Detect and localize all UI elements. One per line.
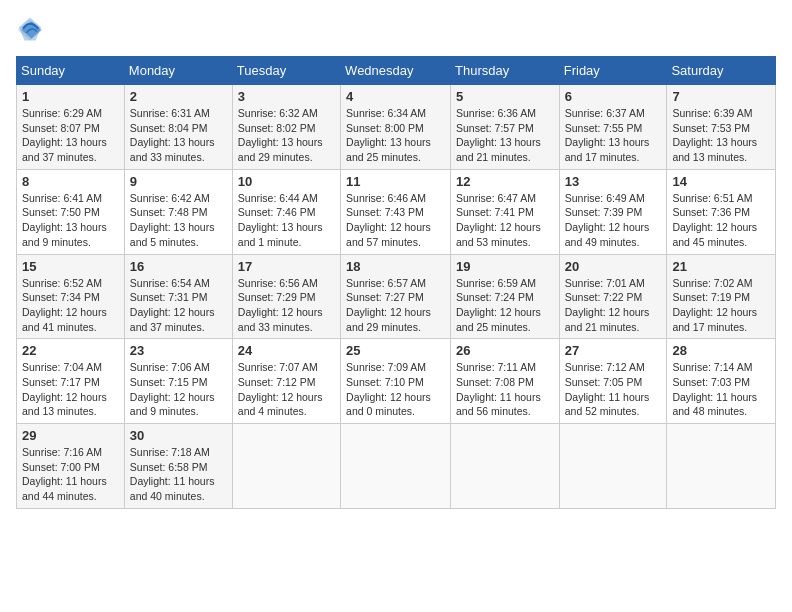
calendar-cell: 1Sunrise: 6:29 AMSunset: 8:07 PMDaylight… [17, 85, 125, 170]
calendar-cell: 28Sunrise: 7:14 AMSunset: 7:03 PMDayligh… [667, 339, 776, 424]
calendar-cell: 4Sunrise: 6:34 AMSunset: 8:00 PMDaylight… [341, 85, 451, 170]
day-info: Sunrise: 6:41 AMSunset: 7:50 PMDaylight:… [22, 191, 119, 250]
day-number: 27 [565, 343, 662, 358]
day-number: 8 [22, 174, 119, 189]
day-number: 15 [22, 259, 119, 274]
calendar-cell: 20Sunrise: 7:01 AMSunset: 7:22 PMDayligh… [559, 254, 667, 339]
header-monday: Monday [124, 57, 232, 85]
day-info: Sunrise: 6:47 AMSunset: 7:41 PMDaylight:… [456, 191, 554, 250]
calendar-cell: 7Sunrise: 6:39 AMSunset: 7:53 PMDaylight… [667, 85, 776, 170]
calendar-cell: 15Sunrise: 6:52 AMSunset: 7:34 PMDayligh… [17, 254, 125, 339]
header-thursday: Thursday [451, 57, 560, 85]
day-number: 21 [672, 259, 770, 274]
day-info: Sunrise: 7:04 AMSunset: 7:17 PMDaylight:… [22, 360, 119, 419]
header-sunday: Sunday [17, 57, 125, 85]
calendar-cell: 16Sunrise: 6:54 AMSunset: 7:31 PMDayligh… [124, 254, 232, 339]
day-number: 1 [22, 89, 119, 104]
calendar-cell: 24Sunrise: 7:07 AMSunset: 7:12 PMDayligh… [232, 339, 340, 424]
day-info: Sunrise: 6:54 AMSunset: 7:31 PMDaylight:… [130, 276, 227, 335]
calendar-cell [232, 424, 340, 509]
day-number: 4 [346, 89, 445, 104]
day-info: Sunrise: 6:39 AMSunset: 7:53 PMDaylight:… [672, 106, 770, 165]
day-number: 12 [456, 174, 554, 189]
day-number: 7 [672, 89, 770, 104]
day-number: 10 [238, 174, 335, 189]
calendar-cell: 14Sunrise: 6:51 AMSunset: 7:36 PMDayligh… [667, 169, 776, 254]
day-info: Sunrise: 6:29 AMSunset: 8:07 PMDaylight:… [22, 106, 119, 165]
calendar-cell: 2Sunrise: 6:31 AMSunset: 8:04 PMDaylight… [124, 85, 232, 170]
day-number: 29 [22, 428, 119, 443]
calendar-cell: 19Sunrise: 6:59 AMSunset: 7:24 PMDayligh… [451, 254, 560, 339]
calendar-cell [451, 424, 560, 509]
day-number: 16 [130, 259, 227, 274]
day-info: Sunrise: 7:01 AMSunset: 7:22 PMDaylight:… [565, 276, 662, 335]
day-number: 2 [130, 89, 227, 104]
calendar-cell: 22Sunrise: 7:04 AMSunset: 7:17 PMDayligh… [17, 339, 125, 424]
day-info: Sunrise: 6:52 AMSunset: 7:34 PMDaylight:… [22, 276, 119, 335]
day-info: Sunrise: 7:12 AMSunset: 7:05 PMDaylight:… [565, 360, 662, 419]
header-row: SundayMondayTuesdayWednesdayThursdayFrid… [17, 57, 776, 85]
calendar-table: SundayMondayTuesdayWednesdayThursdayFrid… [16, 56, 776, 509]
calendar-cell: 25Sunrise: 7:09 AMSunset: 7:10 PMDayligh… [341, 339, 451, 424]
week-row-5: 29Sunrise: 7:16 AMSunset: 7:00 PMDayligh… [17, 424, 776, 509]
day-number: 22 [22, 343, 119, 358]
day-info: Sunrise: 6:56 AMSunset: 7:29 PMDaylight:… [238, 276, 335, 335]
day-number: 6 [565, 89, 662, 104]
day-info: Sunrise: 7:07 AMSunset: 7:12 PMDaylight:… [238, 360, 335, 419]
calendar-cell: 6Sunrise: 6:37 AMSunset: 7:55 PMDaylight… [559, 85, 667, 170]
calendar-cell: 21Sunrise: 7:02 AMSunset: 7:19 PMDayligh… [667, 254, 776, 339]
day-number: 13 [565, 174, 662, 189]
calendar-cell: 23Sunrise: 7:06 AMSunset: 7:15 PMDayligh… [124, 339, 232, 424]
header-saturday: Saturday [667, 57, 776, 85]
calendar-cell: 26Sunrise: 7:11 AMSunset: 7:08 PMDayligh… [451, 339, 560, 424]
page-header [16, 16, 776, 44]
day-number: 23 [130, 343, 227, 358]
calendar-cell [667, 424, 776, 509]
calendar-cell: 3Sunrise: 6:32 AMSunset: 8:02 PMDaylight… [232, 85, 340, 170]
calendar-cell: 8Sunrise: 6:41 AMSunset: 7:50 PMDaylight… [17, 169, 125, 254]
day-number: 14 [672, 174, 770, 189]
calendar-cell: 18Sunrise: 6:57 AMSunset: 7:27 PMDayligh… [341, 254, 451, 339]
header-tuesday: Tuesday [232, 57, 340, 85]
header-friday: Friday [559, 57, 667, 85]
calendar-cell: 5Sunrise: 6:36 AMSunset: 7:57 PMDaylight… [451, 85, 560, 170]
day-info: Sunrise: 6:49 AMSunset: 7:39 PMDaylight:… [565, 191, 662, 250]
day-info: Sunrise: 6:59 AMSunset: 7:24 PMDaylight:… [456, 276, 554, 335]
day-info: Sunrise: 7:02 AMSunset: 7:19 PMDaylight:… [672, 276, 770, 335]
day-info: Sunrise: 6:51 AMSunset: 7:36 PMDaylight:… [672, 191, 770, 250]
day-number: 11 [346, 174, 445, 189]
calendar-cell: 29Sunrise: 7:16 AMSunset: 7:00 PMDayligh… [17, 424, 125, 509]
day-number: 20 [565, 259, 662, 274]
day-info: Sunrise: 6:36 AMSunset: 7:57 PMDaylight:… [456, 106, 554, 165]
day-number: 17 [238, 259, 335, 274]
calendar-cell: 27Sunrise: 7:12 AMSunset: 7:05 PMDayligh… [559, 339, 667, 424]
calendar-cell [341, 424, 451, 509]
day-info: Sunrise: 6:57 AMSunset: 7:27 PMDaylight:… [346, 276, 445, 335]
day-number: 9 [130, 174, 227, 189]
day-info: Sunrise: 7:18 AMSunset: 6:58 PMDaylight:… [130, 445, 227, 504]
calendar-cell: 10Sunrise: 6:44 AMSunset: 7:46 PMDayligh… [232, 169, 340, 254]
day-info: Sunrise: 6:42 AMSunset: 7:48 PMDaylight:… [130, 191, 227, 250]
day-number: 26 [456, 343, 554, 358]
day-info: Sunrise: 6:37 AMSunset: 7:55 PMDaylight:… [565, 106, 662, 165]
day-number: 24 [238, 343, 335, 358]
day-info: Sunrise: 6:32 AMSunset: 8:02 PMDaylight:… [238, 106, 335, 165]
day-number: 19 [456, 259, 554, 274]
header-wednesday: Wednesday [341, 57, 451, 85]
calendar-cell: 11Sunrise: 6:46 AMSunset: 7:43 PMDayligh… [341, 169, 451, 254]
day-number: 3 [238, 89, 335, 104]
week-row-3: 15Sunrise: 6:52 AMSunset: 7:34 PMDayligh… [17, 254, 776, 339]
calendar-body: 1Sunrise: 6:29 AMSunset: 8:07 PMDaylight… [17, 85, 776, 509]
calendar-cell [559, 424, 667, 509]
day-info: Sunrise: 6:44 AMSunset: 7:46 PMDaylight:… [238, 191, 335, 250]
logo [16, 16, 48, 44]
calendar-cell: 12Sunrise: 6:47 AMSunset: 7:41 PMDayligh… [451, 169, 560, 254]
day-info: Sunrise: 7:16 AMSunset: 7:00 PMDaylight:… [22, 445, 119, 504]
week-row-2: 8Sunrise: 6:41 AMSunset: 7:50 PMDaylight… [17, 169, 776, 254]
day-number: 25 [346, 343, 445, 358]
calendar-cell: 30Sunrise: 7:18 AMSunset: 6:58 PMDayligh… [124, 424, 232, 509]
day-info: Sunrise: 6:34 AMSunset: 8:00 PMDaylight:… [346, 106, 445, 165]
week-row-4: 22Sunrise: 7:04 AMSunset: 7:17 PMDayligh… [17, 339, 776, 424]
day-info: Sunrise: 7:14 AMSunset: 7:03 PMDaylight:… [672, 360, 770, 419]
week-row-1: 1Sunrise: 6:29 AMSunset: 8:07 PMDaylight… [17, 85, 776, 170]
